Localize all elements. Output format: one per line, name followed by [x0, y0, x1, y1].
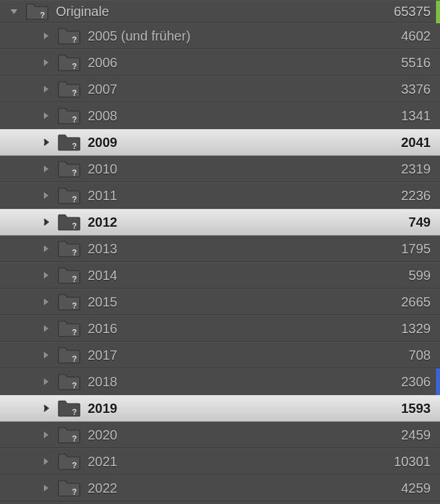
- folder-count: 2236: [401, 188, 431, 203]
- disclosure-triangle-icon[interactable]: [39, 295, 53, 309]
- folder-count: 4602: [401, 29, 431, 44]
- svg-text:?: ?: [72, 275, 76, 284]
- folder-row[interactable]: ? 2022 4259: [0, 475, 440, 501]
- folder-row[interactable]: ? 2009 2041: [0, 129, 440, 156]
- svg-text:?: ?: [72, 301, 76, 311]
- folder-count: 65375: [393, 4, 431, 19]
- folder-row[interactable]: ? 2012 749: [0, 209, 440, 235]
- folder-missing-icon: ?: [57, 133, 81, 152]
- svg-text:?: ?: [72, 88, 76, 98]
- folder-missing-icon: ?: [57, 239, 81, 258]
- folder-label: 2013: [88, 241, 401, 257]
- svg-text:?: ?: [72, 62, 76, 71]
- disclosure-triangle-icon[interactable]: [39, 401, 53, 416]
- folder-missing-icon: ?: [57, 399, 81, 418]
- svg-marker-66: [44, 458, 49, 465]
- folder-missing-icon: ?: [57, 319, 81, 338]
- folder-row[interactable]: ? 2006 5516: [0, 49, 440, 76]
- folder-row[interactable]: ? 2015 2665: [0, 289, 440, 315]
- folder-row[interactable]: ? 2016 1329: [0, 315, 440, 342]
- folder-label: 2014: [88, 268, 409, 283]
- disclosure-triangle-icon[interactable]: [39, 481, 53, 495]
- svg-text:?: ?: [72, 487, 76, 497]
- folder-count: 4259: [401, 481, 431, 496]
- svg-text:?: ?: [72, 35, 76, 45]
- folder-label: 2005 (und früher): [88, 29, 401, 44]
- folder-missing-icon: ?: [57, 426, 81, 444]
- disclosure-triangle-icon[interactable]: [39, 188, 53, 203]
- folder-label: 2012: [88, 215, 409, 230]
- disclosure-triangle-icon[interactable]: [7, 4, 21, 19]
- folder-label: 2006: [88, 55, 401, 70]
- svg-marker-22: [44, 166, 49, 172]
- folder-row[interactable]: ? 2007 3376: [0, 76, 440, 102]
- folder-label: 2007: [88, 82, 401, 97]
- folder-row[interactable]: ? 2020 2459: [0, 422, 440, 448]
- svg-text:?: ?: [72, 221, 76, 231]
- folder-label: 2019: [88, 401, 401, 416]
- folder-row[interactable]: ? 2021 10301: [0, 448, 440, 475]
- svg-marker-70: [44, 485, 49, 491]
- disclosure-triangle-icon[interactable]: [39, 215, 53, 229]
- folder-row[interactable]: ? 2014 599: [0, 262, 440, 289]
- svg-text:?: ?: [72, 408, 76, 417]
- folder-missing-icon: ?: [57, 53, 81, 72]
- folder-missing-icon: ?: [57, 479, 81, 497]
- folder-row[interactable]: ? 2005 (und früher) 4602: [0, 23, 440, 49]
- folder-label: Originale: [56, 4, 393, 19]
- disclosure-triangle-icon[interactable]: [39, 82, 53, 96]
- folder-count: 2306: [401, 374, 431, 390]
- folder-count: 1329: [401, 321, 431, 336]
- svg-marker-42: [44, 299, 49, 305]
- folder-row[interactable]: ? 2008 1341: [0, 102, 440, 129]
- disclosure-triangle-icon[interactable]: [39, 55, 53, 70]
- disclosure-triangle-icon[interactable]: [39, 268, 53, 283]
- svg-text:?: ?: [72, 434, 76, 443]
- folder-label: 2011: [88, 188, 401, 203]
- svg-marker-0: [11, 9, 17, 14]
- folder-count: 3376: [401, 82, 431, 97]
- folder-row-root[interactable]: ? Originale 65375: [0, 0, 440, 23]
- svg-marker-2: [44, 33, 49, 39]
- svg-text:?: ?: [72, 328, 76, 337]
- folder-missing-icon: ?: [57, 293, 81, 311]
- disclosure-triangle-icon[interactable]: [39, 348, 53, 362]
- disclosure-triangle-icon[interactable]: [39, 135, 53, 150]
- folder-row[interactable]: ? 2011 2236: [0, 182, 440, 209]
- svg-text:?: ?: [72, 195, 76, 204]
- svg-marker-34: [44, 245, 49, 252]
- svg-marker-10: [44, 86, 49, 92]
- disclosure-triangle-icon[interactable]: [39, 454, 53, 469]
- folder-row[interactable]: ? 2017 708: [0, 342, 440, 368]
- folder-label: 2022: [88, 481, 401, 496]
- disclosure-triangle-icon[interactable]: [39, 321, 53, 336]
- svg-text:?: ?: [40, 11, 45, 20]
- svg-text:?: ?: [72, 248, 76, 257]
- svg-marker-50: [44, 352, 49, 358]
- svg-text:?: ?: [72, 142, 76, 151]
- folder-label: 2020: [88, 428, 401, 443]
- disclosure-triangle-icon[interactable]: [39, 162, 53, 176]
- folder-row[interactable]: ? 2013 1795: [0, 235, 440, 262]
- folder-missing-icon: ?: [57, 186, 81, 205]
- folder-panel: ? Originale 65375 ? 2005 (und frü: [0, 0, 440, 504]
- svg-marker-38: [44, 272, 49, 279]
- folder-row[interactable]: ? 2010 2319: [0, 156, 440, 182]
- folder-missing-icon: ?: [57, 452, 81, 471]
- disclosure-triangle-icon[interactable]: [39, 241, 53, 256]
- folder-label: 2009: [88, 135, 401, 150]
- disclosure-triangle-icon[interactable]: [39, 374, 53, 389]
- folder-label: 2010: [88, 162, 401, 177]
- folder-missing-icon: ?: [57, 106, 81, 125]
- disclosure-triangle-icon[interactable]: [39, 29, 53, 43]
- folder-row[interactable]: ? 2018 2306: [0, 368, 440, 395]
- folder-label: 2021: [88, 454, 393, 469]
- svg-marker-26: [44, 192, 49, 199]
- folder-count: 708: [409, 348, 431, 363]
- folder-missing-icon: ?: [57, 346, 81, 364]
- folder-row[interactable]: ? 2019 1593: [0, 395, 440, 422]
- folder-count: 1593: [401, 401, 431, 416]
- disclosure-triangle-icon[interactable]: [39, 108, 53, 123]
- disclosure-triangle-icon[interactable]: [39, 428, 53, 442]
- folder-missing-icon: ?: [57, 160, 81, 178]
